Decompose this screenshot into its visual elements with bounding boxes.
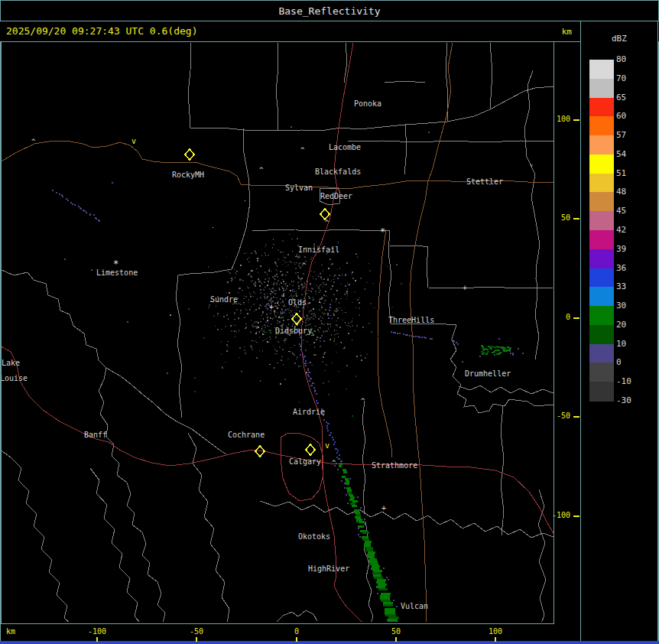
clutter-echo-pixel	[354, 330, 355, 331]
streak-echo-pixel	[383, 602, 393, 604]
clutter-echo-pixel	[280, 383, 281, 385]
clutter-echo-pixel	[349, 326, 351, 327]
streak-echo-pixel	[326, 425, 328, 427]
clutter-echo-pixel	[281, 271, 282, 272]
clutter-echo-pixel	[295, 307, 297, 308]
clutter-echo-pixel	[305, 322, 307, 324]
clutter-echo-pixel	[278, 341, 279, 343]
clutter-echo-pixel	[277, 265, 278, 267]
city-label: Airdrie	[293, 408, 325, 416]
clutter-echo-pixel	[313, 272, 315, 272]
streak-echo-pixel	[380, 597, 390, 600]
clutter-echo-pixel	[240, 304, 242, 305]
clutter-echo-pixel	[334, 275, 336, 275]
streak-echo-pixel	[344, 487, 346, 489]
right-axis-label: -50	[544, 411, 570, 420]
clutter-echo-pixel	[240, 313, 242, 314]
clutter-echo-pixel	[327, 324, 329, 325]
county-boundary-line	[428, 287, 553, 288]
clutter-echo-pixel	[228, 346, 229, 347]
chevron-marker-icon: v	[131, 137, 136, 145]
east-echo-pixel	[393, 332, 394, 333]
clutter-echo-pixel	[275, 316, 277, 317]
clutter-echo-pixel	[284, 288, 284, 290]
highway-brown-line	[428, 43, 453, 181]
clutter-echo-pixel	[259, 350, 260, 351]
streak-echo-pixel	[377, 586, 378, 587]
radar-map-canvas[interactable]: PonokaLacombeBlackfaldsSylvanRedDeerStet…	[2, 42, 553, 622]
color-scale-label: 70	[616, 73, 647, 83]
clutter-echo-pixel	[277, 307, 278, 309]
clutter-echo-pixel	[346, 365, 348, 366]
clutter-echo-pixel	[253, 304, 255, 305]
streak-echo-pixel	[334, 441, 336, 443]
streak-echo-pixel	[347, 490, 352, 492]
clutter-echo-pixel	[260, 380, 261, 382]
clutter-echo-pixel	[268, 342, 270, 343]
clutter-echo-pixel	[320, 298, 320, 300]
clutter-echo-pixel	[347, 295, 348, 297]
clutter-echo-pixel	[243, 302, 245, 303]
clutter-echo-pixel	[315, 354, 317, 356]
scan-timestamp: 2025/09/20 09:27:43 UTC 0.6(deg)	[6, 25, 197, 37]
radar-map-viewport[interactable]: PonokaLacombeBlackfaldsSylvanRedDeerStet…	[1, 41, 554, 624]
bottom-axis-tick	[196, 637, 197, 642]
clutter-echo-pixel	[265, 340, 266, 340]
clutter-echo-pixel	[307, 341, 308, 342]
clutter-echo-pixel	[281, 359, 282, 361]
clutter-echo-pixel	[313, 354, 315, 356]
clutter-echo-pixel	[362, 327, 364, 328]
clutter-echo-pixel	[248, 288, 249, 288]
clutter-echo-pixel	[279, 289, 280, 291]
clutter-echo-pixel	[368, 323, 370, 324]
color-scale-swatch	[589, 230, 614, 249]
clutter-echo-pixel	[333, 314, 335, 316]
clutter-echo-pixel	[255, 293, 256, 294]
clutter-echo-pixel	[338, 307, 339, 308]
clutter-echo-pixel	[287, 310, 289, 311]
clutter-echo-pixel	[235, 325, 236, 326]
clutter-echo-pixel	[352, 302, 353, 303]
clutter-echo-pixel	[330, 264, 331, 265]
clutter-echo-pixel	[238, 298, 239, 299]
bottom-axis-label: -50	[180, 627, 213, 636]
clutter-echo-pixel	[302, 286, 304, 288]
clutter-echo-pixel	[366, 282, 368, 283]
clutter-echo-pixel	[239, 279, 241, 281]
clutter-echo-pixel	[278, 249, 279, 251]
clutter-echo-pixel	[291, 239, 293, 239]
clutter-echo-pixel	[245, 328, 246, 329]
clutter-echo-pixel	[274, 282, 274, 284]
clutter-echo-pixel	[308, 363, 310, 363]
color-scale-swatch	[589, 154, 614, 174]
clutter-echo-pixel	[337, 317, 339, 319]
clutter-echo-pixel	[338, 242, 339, 243]
clutter-echo-pixel	[228, 271, 229, 272]
clutter-echo-pixel	[292, 251, 293, 252]
streak-echo-pixel	[365, 541, 372, 543]
streak-echo-pixel	[343, 471, 347, 473]
clutter-echo-pixel	[333, 294, 335, 295]
clutter-echo-pixel	[277, 320, 278, 321]
clutter-echo-pixel	[276, 298, 278, 298]
clutter-echo-pixel	[320, 273, 321, 275]
clutter-echo-pixel	[321, 265, 323, 265]
clutter-echo-pixel	[266, 314, 268, 315]
streak-echo-pixel	[346, 494, 347, 496]
clutter-echo-pixel	[276, 353, 278, 354]
clutter-echo-pixel	[287, 272, 288, 273]
county-boundary-line	[362, 401, 365, 514]
clutter-echo-pixel	[208, 266, 209, 268]
clutter-echo-pixel	[294, 291, 295, 292]
bottom-axis-label: 50	[379, 627, 413, 636]
clutter-echo-pixel	[269, 364, 271, 365]
color-scale-swatch	[589, 268, 614, 288]
clutter-echo-pixel	[339, 302, 339, 304]
chevron-marker-icon: v	[325, 441, 330, 450]
clutter-echo-pixel	[231, 330, 232, 332]
clutter-echo-pixel	[297, 272, 299, 273]
clutter-echo-pixel	[239, 357, 240, 358]
east-echo-pixel	[479, 356, 481, 357]
clutter-echo-pixel	[270, 330, 271, 331]
clutter-echo-pixel	[300, 354, 301, 356]
